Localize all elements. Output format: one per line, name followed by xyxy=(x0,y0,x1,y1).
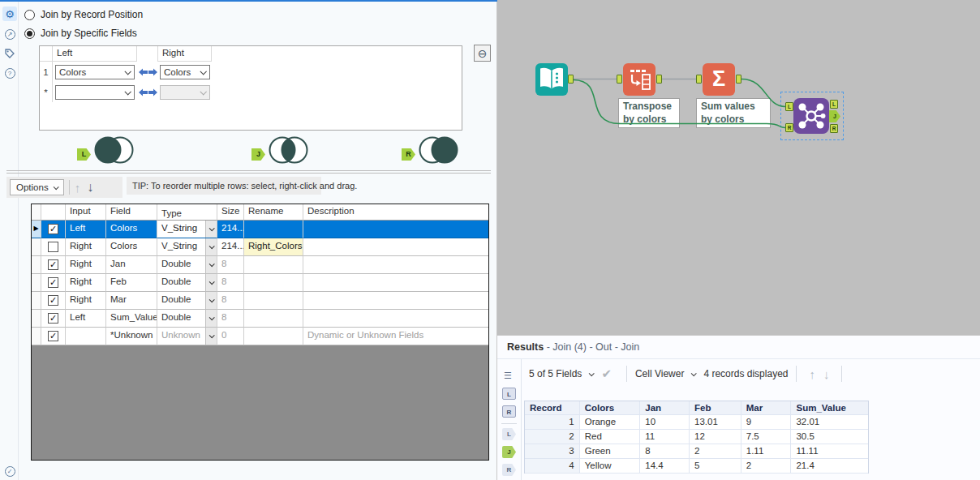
checkbox-unchecked[interactable] xyxy=(48,242,58,252)
col-record[interactable]: Record xyxy=(525,401,580,414)
input-l-anchor-button[interactable]: L xyxy=(502,388,516,400)
type-dropdown[interactable]: Double xyxy=(157,292,217,310)
summarize-input-anchor[interactable] xyxy=(696,75,702,84)
join-input-right-anchor[interactable]: R xyxy=(785,123,793,132)
radio-label: Join by Specific Fields xyxy=(41,28,137,39)
cell-viewer-dropdown[interactable]: Cell Viewer xyxy=(635,368,684,379)
move-down-button[interactable]: ↓ xyxy=(87,180,93,195)
navigate-arrow-icon[interactable]: ↗ xyxy=(2,27,17,41)
checkbox-checked[interactable]: ✓ xyxy=(48,313,58,324)
col-mar[interactable]: Mar xyxy=(741,401,792,414)
right-field-dropdown-disabled xyxy=(160,85,210,100)
transpose-input-anchor[interactable] xyxy=(617,75,622,84)
rename-cell[interactable] xyxy=(244,256,303,274)
type-dropdown[interactable]: Double xyxy=(157,274,217,292)
tag-icon[interactable] xyxy=(2,46,17,61)
remove-row-button[interactable]: ⊖ xyxy=(474,45,491,62)
transpose-tool[interactable] xyxy=(623,63,655,96)
table-row[interactable]: ✓ Right Jan Double 8 xyxy=(32,256,488,274)
type-dropdown[interactable]: V_String xyxy=(157,221,217,238)
rename-cell[interactable] xyxy=(244,274,303,292)
table-row[interactable]: 4 Yellow 14.4 5 2 21.4 xyxy=(525,459,868,474)
radio-join-by-record-position[interactable]: Join by Record Position xyxy=(24,8,143,21)
checkbox-checked[interactable]: ✓ xyxy=(48,259,58,270)
transpose-icon xyxy=(623,63,655,96)
join-network-icon xyxy=(793,98,829,134)
radio-circle[interactable] xyxy=(24,10,35,20)
output-l-anchor-button[interactable]: L xyxy=(502,428,516,440)
col-type: Type xyxy=(157,204,217,221)
radio-join-by-specific-fields[interactable]: Join by Specific Fields xyxy=(24,27,137,40)
output-j-anchor-button[interactable]: J xyxy=(502,446,516,458)
options-button[interactable]: Options xyxy=(10,179,64,195)
table-row[interactable]: ✓ Right Mar Double 8 xyxy=(32,292,488,310)
results-title: Results - Join (4) - Out - Join xyxy=(507,341,639,353)
toolbar-separator xyxy=(796,366,797,382)
type-dropdown[interactable]: Double xyxy=(157,310,217,328)
radio-circle-selected[interactable] xyxy=(24,28,35,39)
tip-text: TIP: To reorder multiple rows: select, r… xyxy=(127,177,321,195)
col-colors[interactable]: Colors xyxy=(580,401,641,414)
table-row[interactable]: ▶ ✓ Left Colors V_String 214... xyxy=(32,221,488,238)
col-jan[interactable]: Jan xyxy=(640,401,690,414)
results-panel: Results - Join (4) - Out - Join ☰ L R L … xyxy=(497,335,980,480)
toolbar-separator xyxy=(69,180,70,195)
join-output-left-anchor[interactable]: L xyxy=(830,100,838,109)
options-toolbar: Options ↑ ↓ xyxy=(6,177,122,198)
scroll-down-button[interactable]: ↓ xyxy=(823,367,830,381)
transpose-annotation[interactable]: Transpose by colors xyxy=(618,98,680,128)
join-output-right-anchor[interactable]: R xyxy=(830,124,838,133)
type-dropdown[interactable]: V_String xyxy=(157,238,217,256)
checkbox-checked[interactable]: ✓ xyxy=(48,224,58,234)
table-row[interactable]: Right Colors V_String 214... Right_Color… xyxy=(32,238,488,256)
swap-arrows[interactable] xyxy=(137,88,158,96)
table-row[interactable]: 2 Red 11 12 7.5 30.5 xyxy=(525,430,868,444)
rename-cell[interactable]: Right_Colors xyxy=(244,238,303,256)
join-tool[interactable] xyxy=(793,98,829,134)
output-r-anchor-button[interactable]: R xyxy=(502,464,516,476)
chevron-down-icon xyxy=(205,238,217,255)
right-field-dropdown[interactable]: Colors xyxy=(160,65,210,79)
left-field-dropdown-empty[interactable] xyxy=(55,85,135,100)
summarize-output-anchor[interactable] xyxy=(736,75,741,84)
summarize-annotation[interactable]: Sum values by colors xyxy=(696,98,771,128)
left-field-dropdown[interactable]: Colors xyxy=(55,65,135,79)
input-r-anchor-button[interactable]: R xyxy=(502,405,516,418)
table-row[interactable]: 1 Orange 10 13.01 9 32.01 xyxy=(525,415,868,430)
rename-cell[interactable] xyxy=(244,310,303,328)
chevron-down-icon xyxy=(205,328,217,345)
chevron-down-icon[interactable] xyxy=(589,371,595,376)
summarize-tool[interactable]: Σ xyxy=(703,63,735,96)
venn-left-icon xyxy=(91,135,138,165)
table-row[interactable]: ✓ Left Sum_Value Double 8 xyxy=(32,310,488,328)
help-icon[interactable]: ? xyxy=(2,66,17,80)
chevron-down-icon xyxy=(205,292,217,309)
list-view-icon[interactable]: ☰ xyxy=(504,371,512,381)
swap-arrows[interactable] xyxy=(137,68,158,76)
move-up-button[interactable]: ↑ xyxy=(75,181,81,195)
join-input-left-anchor[interactable]: L xyxy=(785,102,793,111)
config-sidebar: ⚙ ↗ ? ✓ xyxy=(0,2,19,480)
chevron-down-icon[interactable] xyxy=(691,371,697,376)
checkbox-checked[interactable]: ✓ xyxy=(48,295,58,306)
apply-check-icon[interactable]: ✔ xyxy=(601,366,612,381)
transpose-output-anchor[interactable] xyxy=(656,75,662,84)
scroll-up-button[interactable]: ↑ xyxy=(809,367,815,381)
fields-summary-dropdown[interactable]: 5 of 5 Fields xyxy=(529,368,582,379)
input-output-anchor[interactable] xyxy=(568,75,574,84)
checkbox-checked[interactable]: ✓ xyxy=(48,331,58,341)
table-row[interactable]: ✓ Right Feb Double 8 xyxy=(32,274,488,292)
table-row-unknown[interactable]: ✓ *Unknown Unknown 0 Dynamic or Unknown … xyxy=(32,328,488,345)
checkbox-checked[interactable]: ✓ xyxy=(48,277,58,288)
table-row[interactable]: 3 Green 8 2 1.11 11.11 xyxy=(525,444,868,459)
text-input-tool[interactable] xyxy=(535,63,568,96)
type-dropdown[interactable]: Double xyxy=(157,256,217,274)
workflow-canvas[interactable]: Transpose by colors Sum values by colors… xyxy=(497,0,980,335)
gear-icon[interactable]: ⚙ xyxy=(2,6,17,21)
col-feb[interactable]: Feb xyxy=(690,401,741,414)
chevron-down-icon xyxy=(124,68,131,75)
rename-cell[interactable] xyxy=(244,292,303,310)
rename-cell[interactable] xyxy=(244,221,303,238)
col-sum-value[interactable]: Sum_Value xyxy=(791,401,868,414)
results-title-path: - Join (4) - Out - Join xyxy=(547,341,640,353)
